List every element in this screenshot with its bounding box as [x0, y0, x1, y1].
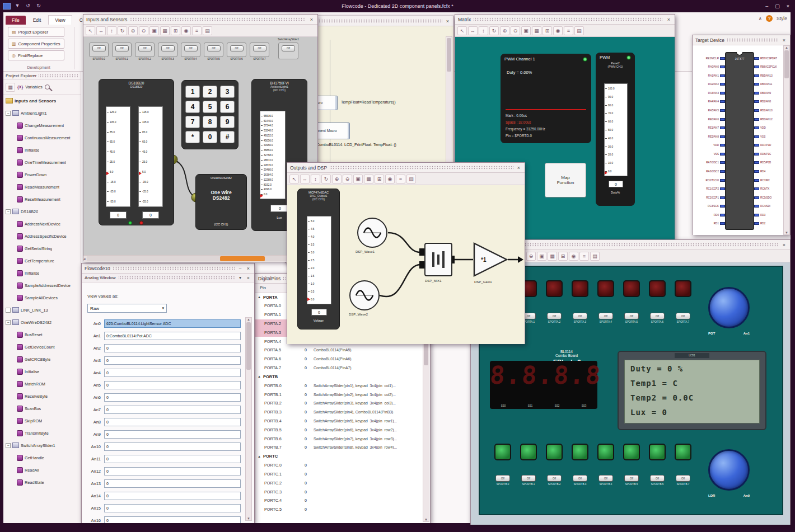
tree-item[interactable]: SampleAllDevices [3, 291, 81, 304]
scrollbar-thumb[interactable] [447, 38, 451, 72]
board-switch[interactable]: OffSPORTA.5 [623, 313, 640, 323]
switch-toggle[interactable]: Off [547, 475, 562, 482]
tree-item[interactable]: GetCRC8Byte [3, 353, 81, 365]
close-icon[interactable]: × [308, 17, 315, 22]
tab-edit[interactable]: Edit [27, 16, 48, 25]
select-icon[interactable]: ↖ [289, 175, 299, 183]
analog-section-header[interactable]: Analog Window ▾ × [82, 274, 254, 283]
close-icon[interactable]: × [245, 275, 251, 281]
switch-toggle[interactable]: Off [184, 45, 198, 51]
scrollbar-vertical[interactable]: ▲ ▼ [245, 317, 252, 521]
pin-row[interactable]: PORTB.30SwitchArraySlider(pin4), ComboBL… [255, 408, 422, 417]
switch-component[interactable]: OffSPORT0.3 [158, 43, 177, 60]
chip-pin[interactable]: RC5/SDO [754, 195, 787, 200]
board-button[interactable]: OffSPORTB.4 [597, 475, 614, 486]
expand-icon[interactable]: − [6, 209, 11, 214]
tree-group[interactable]: LINK_LINK_13 [3, 304, 81, 316]
chip-pin[interactable]: RC6/TX [754, 186, 787, 192]
ds18b20-component[interactable]: DS18B20 DS18B20 125.0105.085.065.045.025… [99, 79, 174, 225]
tree-item[interactable]: AddressSpecificDevice [3, 230, 81, 242]
board-button[interactable]: OffSPORTB.1 [520, 475, 537, 486]
tree-group[interactable]: −OneWireDS2482 [3, 316, 81, 328]
pan-vertical-icon[interactable]: ↕ [479, 26, 488, 35]
chevron-down-icon[interactable]: ▾ [237, 275, 243, 280]
zoom-in-icon[interactable]: ⊕ [500, 26, 509, 35]
analog-value-field[interactable]: 0:ComboBL0114:Pot ADC [104, 332, 241, 340]
analog-value-field[interactable]: 0 [104, 393, 241, 402]
collapse-ribbon-icon[interactable]: ∧ [759, 16, 762, 21]
tree-item[interactable]: ContinuousMeasurement [3, 131, 81, 144]
maximize-icon[interactable]: ▢ [775, 3, 780, 9]
window-inputs-sensors[interactable]: Inputs and Sensors × ↖↔↕↻⊕⊖▣▦⊞◉≡▤ OffSPO… [83, 14, 318, 261]
tree-item[interactable]: GetDeviceCount [3, 341, 81, 353]
board-button[interactable]: OffSPORTB.6 [649, 475, 666, 486]
tree-item[interactable]: GetTemperature [3, 255, 81, 267]
keypad-key[interactable]: 1 [185, 86, 200, 98]
window-title-bar[interactable]: Inputs and Sensors × [83, 15, 317, 25]
variables-label[interactable]: Variables [25, 84, 43, 90]
panel-2d-canvas[interactable]: OffSPORT0.0OffSPORT0.1OffSPORT0.2OffSPOR… [83, 37, 317, 255]
chip-pin[interactable]: RB5/AN13 [754, 73, 787, 78]
chip-pin[interactable]: RA3/AN3 [694, 90, 725, 96]
board-button[interactable]: OffSPORTB.0 [494, 475, 511, 486]
rotate-icon[interactable]: ↻ [321, 175, 331, 183]
chip-pin[interactable]: RD6/P1C [754, 151, 787, 157]
tree-item[interactable]: Initialise [3, 144, 81, 156]
pwm-channel-component[interactable]: PWM Channel 1 Duty = 0.00% Mark : 0.00us… [501, 54, 591, 143]
pin-row[interactable]: PORTA.70ComboBL0114(PinA7) [255, 364, 422, 373]
pan-vertical-icon[interactable]: ↕ [311, 175, 320, 183]
top-view-icon[interactable]: ⊞ [171, 26, 180, 35]
switch-component[interactable]: OffSPORT0.2 [135, 43, 155, 60]
zoom-out-icon[interactable]: ⊖ [343, 175, 352, 183]
chip-pin[interactable]: RB6/ICSPCLK [754, 64, 787, 70]
tree-item[interactable]: ScanBus [3, 402, 81, 415]
minimize-icon[interactable]: – [237, 266, 243, 271]
board-button[interactable]: OffSPORTB.5 [623, 475, 640, 486]
chip-pin[interactable]: RE3/MCLR [694, 55, 725, 61]
find-replace-button[interactable]: ◎Find/Replace [8, 50, 64, 60]
port-row[interactable]: ▲PORTB [255, 372, 422, 381]
keypad-key[interactable]: 9 [220, 116, 235, 128]
chip-pin[interactable]: RE0/AN6 [694, 116, 725, 122]
select-icon[interactable]: ↖ [86, 26, 95, 35]
board-switch[interactable]: OffSPORTA.3 [572, 313, 588, 323]
pin-row[interactable]: PORTC.30 [255, 487, 422, 496]
switch-component[interactable]: OffSPORT0.6 [227, 43, 246, 60]
switch-toggle[interactable]: Off [598, 475, 613, 482]
collapse-icon[interactable]: ▲ [255, 375, 263, 378]
zoom-in-icon[interactable]: ⊕ [332, 175, 342, 183]
chip-pin[interactable]: RD7/P1D [754, 143, 787, 148]
close-icon[interactable]: × [787, 3, 789, 9]
scroll-down-icon[interactable]: ▼ [247, 517, 250, 520]
window-analog[interactable]: Flowcode10 – × Analog Window ▾ × View va… [81, 263, 255, 523]
close-icon[interactable]: × [781, 37, 787, 43]
tree-item[interactable]: ReceiveByte [3, 390, 81, 402]
minimize-icon[interactable]: – [765, 3, 768, 9]
analog-value-field[interactable]: 0 [104, 418, 241, 426]
chip-pin[interactable]: RB2/AN8 [754, 99, 787, 105]
switch-component[interactable]: OffSPORT0.1 [112, 43, 132, 60]
top-view-icon[interactable]: ⊞ [543, 26, 552, 35]
board-button[interactable]: OffSPORTB.2 [546, 475, 563, 486]
switch-toggle[interactable]: Off [230, 45, 244, 51]
save-icon[interactable]: ▼ [13, 3, 21, 10]
list-icon[interactable]: ≡ [396, 175, 405, 183]
component-properties-button[interactable]: ▥Component Properties [8, 39, 64, 49]
undo-icon[interactable]: ↺ [24, 3, 32, 10]
analog-value-field[interactable]: 0 [104, 516, 241, 524]
tree-item[interactable]: SampleAddressedDevice [3, 279, 81, 291]
view-mode-select[interactable]: Raw ▾ [87, 304, 167, 313]
switch-component[interactable]: OffSPORT0.4 [181, 43, 200, 60]
properties-icon[interactable]: ▤ [574, 26, 584, 35]
board-switch[interactable]: OffSPORTA.7 [675, 313, 691, 323]
board-switch[interactable]: OffSPORTA.6 [649, 313, 666, 323]
chip-pin[interactable]: RD4 [754, 169, 787, 175]
zoom-fit-icon[interactable]: ▣ [537, 252, 546, 261]
keypad-key[interactable]: * [185, 131, 200, 143]
rotate-icon[interactable]: ↻ [489, 26, 499, 35]
chip-pin[interactable]: RC7/RX [754, 177, 787, 183]
pin-row[interactable]: PORTA.60ComboBL0114(PinA6) [255, 355, 422, 364]
top-view-icon[interactable]: ⊞ [375, 175, 384, 183]
zoom-out-icon[interactable]: ⊖ [511, 26, 520, 35]
tree-item[interactable]: ResetMeasurement [3, 193, 81, 205]
